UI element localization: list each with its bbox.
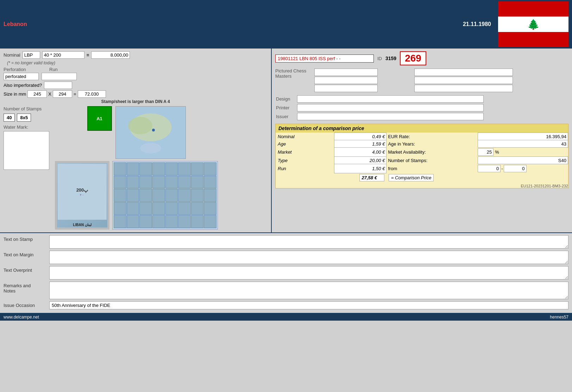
pictured-input-5[interactable] (314, 85, 378, 92)
pictured-input-4[interactable] (414, 77, 513, 84)
pictured-input-6[interactable] (414, 85, 513, 92)
sheet-cell (204, 176, 216, 189)
sheet-cell (114, 162, 126, 175)
perforation-label: Perforation (4, 67, 39, 72)
from-value1-input[interactable] (478, 165, 501, 172)
comp-market-avail-cell: % (478, 148, 568, 157)
sheet-cell (127, 162, 139, 175)
comp-type-label: Type (276, 157, 334, 164)
stamp-arrangement-box: 8x5 (17, 114, 31, 122)
sheet-cell (191, 176, 204, 189)
pct-label: % (494, 149, 500, 155)
text-on-stamp-row: Text on Stamp (4, 235, 568, 249)
comp-num-stamps-value: S40 (478, 157, 568, 164)
currency-input[interactable] (23, 51, 40, 59)
market-avail-row: % (478, 148, 568, 156)
issuer-label: Issuer (275, 112, 296, 121)
sheet-cell (165, 189, 178, 202)
pictured-input-1[interactable] (314, 69, 378, 76)
stamp-single-area: A1 (55, 106, 218, 230)
comparison-price-label: = Comparison Price (389, 174, 434, 181)
stamp-liban-text: LIBAN لبنان (57, 223, 107, 227)
sheet-cell (191, 189, 204, 202)
pictured-chess-row1: Pictured Chess Masters (275, 68, 568, 76)
comp-total-value: 27,58 € (359, 174, 384, 181)
nominal-row: Nominal = (4, 51, 268, 59)
from-label-text: from (388, 166, 397, 171)
also-imp-input[interactable] (44, 82, 72, 89)
market-avail-input[interactable] (478, 148, 494, 156)
pictured-input-cell5 (314, 84, 414, 92)
sheet-cell (204, 162, 216, 175)
comp-run-value: 1,50 € (334, 164, 386, 173)
left-panel: Nominal = (* = no longer valid today) Pe… (0, 49, 271, 232)
comp-num-stamps-label: Number of Stamps: (386, 157, 478, 164)
pictured-input-cell6 (414, 84, 568, 92)
id-code-input[interactable] (275, 54, 374, 63)
size-height-input[interactable] (53, 90, 72, 98)
remarks-input[interactable] (49, 282, 568, 299)
nominal-value-input[interactable] (42, 51, 84, 59)
eu-code: EU121-20231201-BM3-232 (276, 184, 568, 188)
flag: 🌲 (498, 1, 568, 47)
sheet-cell (191, 162, 204, 175)
issuer-row: Issuer (275, 112, 568, 121)
size-x: X (48, 91, 51, 97)
comp-run-label: Run (276, 164, 334, 173)
text-overprint-input[interactable] (49, 266, 568, 279)
comp-nominal-value: 0,49 € (334, 133, 386, 140)
design-input[interactable] (297, 95, 484, 103)
size-label: Size in mm (4, 91, 26, 97)
flag-top-red (498, 1, 568, 17)
design-input-cell (296, 95, 568, 103)
comp-market-label: Market (276, 148, 334, 157)
sheet-cell (178, 162, 191, 175)
perf-inputs-row (4, 73, 268, 80)
id-number: 3159 (385, 56, 396, 61)
pictured-chess-label: Pictured Chess Masters (275, 68, 314, 92)
svg-point-4 (140, 143, 161, 154)
text-on-margin-label: Text on Margin (4, 251, 49, 257)
remarks-row: Remarks and Notes (4, 282, 568, 299)
pictured-input-2[interactable] (414, 69, 513, 76)
comp-market-row: Market 4,00 € Market Availability: % (276, 148, 568, 157)
country-label: Lebanon (4, 21, 463, 27)
badge-col: A1 (87, 106, 112, 159)
comparison-table: Nominal 0,49 € EUR Rate: 16.395,94 Age 1… (276, 133, 568, 182)
id-value-box: 269 (400, 51, 426, 65)
comp-from-label: from (386, 164, 478, 173)
size-row: Size in mm X = (4, 90, 268, 98)
issuer-input[interactable] (297, 113, 484, 120)
run-input[interactable] (42, 73, 77, 80)
bottom-section: Text on Stamp Text on Margin Text Overpr… (0, 233, 572, 313)
size-width-input[interactable] (27, 90, 47, 98)
printer-input[interactable] (297, 104, 484, 111)
pictured-input-3[interactable] (314, 77, 378, 84)
pictured-chess-row3 (275, 84, 568, 92)
sheet-cell (178, 176, 191, 189)
map-image (115, 106, 186, 159)
sheet-cell (152, 202, 165, 215)
from-value2-input[interactable] (504, 165, 527, 172)
issue-occasion-input[interactable] (49, 301, 568, 309)
date-label: 21.11.1980 (463, 21, 491, 27)
sheet-cell (152, 176, 165, 189)
nominal-amount-input[interactable] (91, 51, 130, 59)
text-on-stamp-input[interactable] (49, 235, 568, 249)
size-result-input[interactable] (78, 90, 106, 98)
text-on-margin-input[interactable] (49, 251, 568, 264)
stamp-content: 200پ ٢٠٠ (76, 187, 88, 197)
a1-badge: A1 (87, 106, 112, 131)
sheet-cell (165, 162, 178, 175)
comp-age-row: Age 1,59 € Age in Years: 43 (276, 140, 568, 148)
comp-eur-rate-value: 16.395,94 (478, 133, 568, 140)
sheet-cell (165, 176, 178, 189)
sheet-cell (204, 189, 216, 202)
sheet-cell (114, 189, 126, 202)
badge-text: A1 (96, 116, 102, 121)
comp-nominal-label: Nominal (276, 133, 334, 140)
stamp-images-row: 200پ ٢٠٠ LIBAN لبنان (55, 161, 218, 230)
perforation-input[interactable] (4, 73, 39, 80)
comparison-box: Determination of a comparison price Nomi… (275, 124, 568, 188)
size-equals: = (74, 91, 76, 97)
